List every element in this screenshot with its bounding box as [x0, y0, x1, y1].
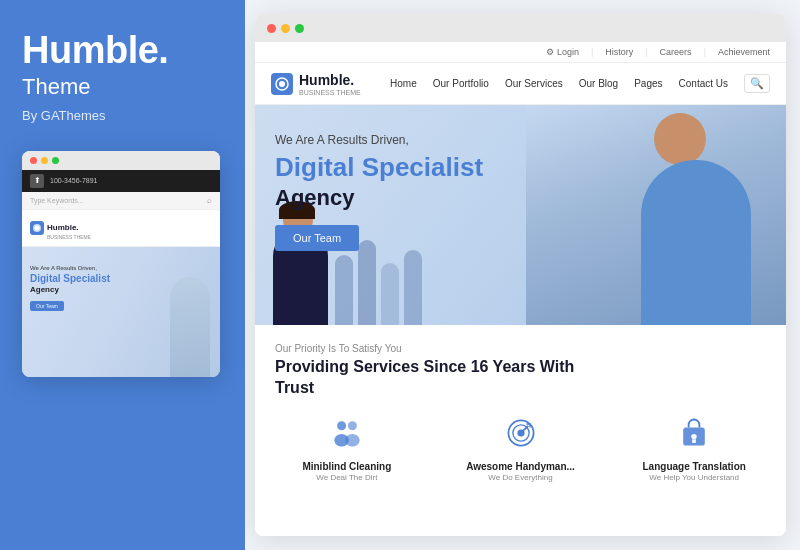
site-logo-icon [271, 73, 293, 95]
service-desc-translation: We Help You Understand [649, 473, 739, 482]
mini-logo-icon [30, 221, 44, 235]
topbar-careers-label: Careers [660, 47, 692, 57]
svg-point-5 [348, 421, 357, 430]
nav-services[interactable]: Our Services [505, 78, 563, 89]
topbar-login[interactable]: ⚙ Login [546, 47, 579, 57]
mini-hero: We Are A Results Driven, Digital Special… [22, 247, 220, 377]
mini-hero-agency: Agency [30, 285, 110, 294]
service-item-handyman: Awesome Handyman... We Do Everything [449, 411, 593, 482]
mini-browser-chrome [22, 151, 220, 170]
site-services: Our Priority Is To Satisfy You Providing… [255, 325, 786, 536]
service-name-translation: Language Translation [643, 461, 746, 472]
mini-share-icon: ⬆ [30, 174, 44, 188]
topbar-achievement[interactable]: Achievement [718, 47, 770, 57]
service-item-translation: Language Translation We Help You Underst… [622, 411, 766, 482]
browser-chrome [255, 14, 786, 42]
team-member-3 [381, 263, 399, 325]
topbar-history-label: History [605, 47, 633, 57]
hero-title-dark: Agency [275, 185, 483, 211]
hero-person-image [526, 105, 786, 325]
topbar-divider-3: | [704, 47, 706, 57]
services-header: Our Priority Is To Satisfy You Providing… [275, 343, 766, 399]
service-name-miniblind: Miniblind Cleaning [302, 461, 391, 472]
mini-dot-red [30, 157, 37, 164]
nav-pages[interactable]: Pages [634, 78, 662, 89]
hero-content: We Are A Results Driven, Digital Special… [275, 133, 483, 251]
browser-dot-yellow [281, 24, 290, 33]
mini-phone: 100-3456-7891 [50, 177, 98, 184]
nav-blog[interactable]: Our Blog [579, 78, 618, 89]
mini-dot-yellow [41, 157, 48, 164]
team-member-4 [404, 250, 422, 325]
mini-dot-green [52, 157, 59, 164]
topbar-history[interactable]: History [605, 47, 633, 57]
svg-point-4 [337, 421, 346, 430]
topbar-divider-1: | [591, 47, 593, 57]
services-grid: Miniblind Cleaning We Deal The Dirt [275, 411, 766, 482]
hero-cta-button[interactable]: Our Team [275, 225, 359, 251]
mini-logo-bar: Humble. BUSINESS THEME [22, 210, 220, 247]
services-tagline: Our Priority Is To Satisfy You [275, 343, 766, 354]
svg-point-3 [279, 81, 285, 87]
hero-title-blue: Digital Specialist [275, 153, 483, 182]
mini-search-bar: Type Keywords... ⌕ [22, 192, 220, 210]
browser-dot-green [295, 24, 304, 33]
main-browser: ⚙ Login | History | Careers | Achievemen… [255, 14, 786, 536]
svg-point-1 [35, 225, 40, 230]
team-member-2 [358, 240, 376, 325]
team-figures [335, 240, 422, 325]
theme-author: By GAThemes [22, 108, 106, 123]
svg-point-7 [345, 433, 359, 446]
hero-person [526, 105, 786, 325]
mini-hero-content: We Are A Results Driven, Digital Special… [30, 265, 110, 312]
site-logo-sub: BUSINESS THEME [299, 89, 361, 96]
search-icon[interactable]: 🔍 [744, 74, 770, 93]
hero-person-head [654, 113, 706, 165]
hero-small-text: We Are A Results Driven, [275, 133, 483, 147]
site-topbar: ⚙ Login | History | Careers | Achievemen… [255, 42, 786, 63]
svg-rect-14 [692, 439, 696, 443]
right-panel: ⚙ Login | History | Careers | Achievemen… [245, 0, 800, 550]
services-title: Providing Services Since 16 Years WithTr… [275, 357, 766, 399]
mini-hero-btn[interactable]: Our Team [30, 301, 64, 311]
service-desc-miniblind: We Deal The Dirt [316, 473, 377, 482]
mini-hero-small-text: We Are A Results Driven, [30, 265, 110, 271]
team-member-1 [335, 255, 353, 325]
topbar-login-label: Login [557, 47, 579, 57]
service-name-handyman: Awesome Handyman... [466, 461, 575, 472]
mini-browser-mockup: ⬆ 100-3456-7891 Type Keywords... ⌕ Humbl… [22, 151, 220, 377]
service-item-miniblind: Miniblind Cleaning We Deal The Dirt [275, 411, 419, 482]
mini-logo-text: Humble. [47, 223, 79, 232]
service-desc-handyman: We Do Everything [488, 473, 552, 482]
mini-hero-big-text: Digital Specialist [30, 273, 110, 284]
site-logo: Humble. BUSINESS THEME [271, 71, 361, 96]
svg-point-13 [691, 433, 696, 438]
left-panel: Humble. Theme By GAThemes ⬆ 100-3456-789… [0, 0, 245, 550]
theme-subtitle: Theme [22, 74, 90, 100]
topbar-careers[interactable]: Careers [660, 47, 692, 57]
nav-home[interactable]: Home [390, 78, 417, 89]
site-hero: We Are A Results Driven, Digital Special… [255, 105, 786, 325]
service-icon-target [499, 411, 543, 455]
service-icon-bag [672, 411, 716, 455]
site-navbar: Humble. BUSINESS THEME Home Our Portfoli… [255, 63, 786, 105]
mini-logo-sub: BUSINESS THEME [47, 234, 91, 240]
nav-portfolio[interactable]: Our Portfolio [433, 78, 489, 89]
mini-person-silhouette [170, 277, 210, 377]
login-icon: ⚙ [546, 47, 554, 57]
title-dot: . [158, 29, 168, 71]
theme-title: Humble. [22, 30, 168, 72]
nav-contact[interactable]: Contact Us [679, 78, 728, 89]
topbar-achievement-label: Achievement [718, 47, 770, 57]
mini-topbar: ⬆ 100-3456-7891 [22, 170, 220, 192]
site-logo-text: Humble. [299, 72, 354, 88]
mini-search-icon: ⌕ [207, 196, 212, 205]
hero-person-body [641, 160, 751, 325]
mini-search-placeholder: Type Keywords... [30, 197, 207, 204]
mini-logo: Humble. BUSINESS THEME [30, 216, 212, 240]
title-text: Humble [22, 29, 158, 71]
service-icon-people [325, 411, 369, 455]
browser-dot-red [267, 24, 276, 33]
topbar-divider-2: | [645, 47, 647, 57]
